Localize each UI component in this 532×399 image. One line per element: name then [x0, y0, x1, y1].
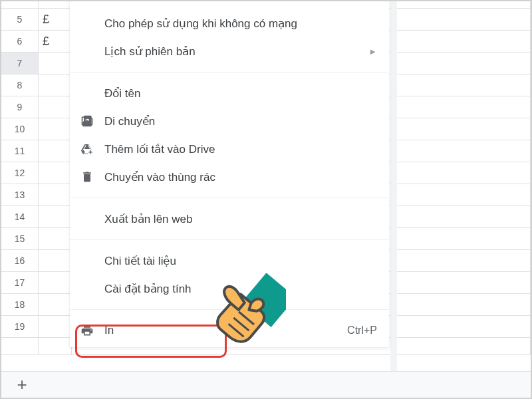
row-header[interactable]: 9	[1, 96, 39, 118]
row-header[interactable]: 7	[1, 53, 39, 74]
cell[interactable]	[39, 316, 72, 337]
cell[interactable]	[39, 53, 72, 74]
menu-item-label: Lịch sử phiên bản	[104, 45, 364, 59]
scrollbar-track[interactable]	[390, 0, 397, 372]
menu-separator	[70, 198, 389, 198]
row-header[interactable]: 6	[1, 31, 39, 52]
menu-separator	[70, 239, 389, 240]
menu-item-move[interactable]: Di chuyển	[70, 107, 389, 135]
menu-item-label: Chuyển vào thùng rác	[104, 170, 377, 184]
cell[interactable]	[39, 272, 72, 293]
row-header[interactable]	[1, 338, 39, 354]
sheet-tab-bar: +	[1, 371, 531, 398]
menu-item-version-history[interactable]: Lịch sử phiên bản ►	[70, 37, 389, 65]
row-header[interactable]: 14	[1, 206, 39, 227]
menu-item-label: In	[104, 324, 347, 337]
row-header[interactable]: 17	[1, 272, 39, 293]
cell[interactable]	[39, 206, 72, 227]
cell[interactable]: £	[39, 31, 72, 52]
chevron-right-icon: ►	[368, 47, 377, 57]
svg-text:+: +	[89, 149, 92, 156]
cell[interactable]	[39, 118, 72, 140]
cell[interactable]: £	[39, 9, 72, 30]
row-header[interactable]: 11	[1, 140, 39, 162]
cell[interactable]	[39, 140, 72, 162]
row-header[interactable]: 15	[1, 228, 39, 249]
menu-item-publish[interactable]: Xuất bản lên web	[70, 205, 389, 233]
cell[interactable]	[39, 250, 72, 271]
menu-item-trash[interactable]: Chuyển vào thùng rác	[70, 163, 389, 191]
menu-item-label: Cho phép sử dụng khi không có mạng	[104, 17, 377, 31]
menu-item-label	[104, 0, 377, 9]
row-header[interactable]: 16	[1, 250, 39, 271]
row-header[interactable]: 10	[1, 118, 39, 140]
cell[interactable]: £	[39, 0, 72, 8]
menu-separator	[70, 72, 389, 72]
row-header[interactable]: 13	[1, 184, 39, 205]
cell[interactable]	[39, 294, 72, 315]
menu-item-truncated-top[interactable]	[70, 0, 389, 9]
menu-item-label: Chi tiết tài liệu	[104, 254, 377, 268]
cell[interactable]	[39, 228, 72, 249]
row-header[interactable]: 5	[1, 9, 39, 30]
row-header[interactable]: 19	[1, 316, 39, 337]
file-context-menu: Cho phép sử dụng khi không có mạng Lịch …	[70, 0, 389, 347]
row-header[interactable]: 4	[1, 0, 39, 8]
menu-separator	[70, 309, 389, 310]
menu-item-label: Thêm lối tắt vào Drive	[104, 142, 377, 156]
menu-item-details[interactable]: Chi tiết tài liệu	[70, 247, 389, 275]
trash-icon	[80, 170, 104, 184]
cell[interactable]	[39, 338, 72, 354]
cell[interactable]	[39, 184, 72, 205]
menu-item-label: Xuất bản lên web	[104, 212, 377, 226]
row-header[interactable]: 8	[1, 74, 39, 96]
cell[interactable]	[39, 162, 72, 184]
add-sheet-button[interactable]: +	[11, 374, 33, 396]
menu-item-rename[interactable]: Đổi tên	[70, 79, 389, 107]
menu-item-offline[interactable]: Cho phép sử dụng khi không có mạng	[70, 9, 389, 37]
print-icon	[80, 324, 104, 337]
cell[interactable]	[39, 74, 72, 96]
folder-move-icon	[80, 114, 104, 128]
menu-item-label: Cài đặt bảng tính	[104, 282, 377, 296]
row-header[interactable]: 18	[1, 294, 39, 315]
menu-item-spreadsheet-settings[interactable]: Cài đặt bảng tính	[70, 275, 389, 303]
drive-add-icon: +	[80, 142, 104, 156]
menu-item-add-shortcut[interactable]: + Thêm lối tắt vào Drive	[70, 135, 389, 163]
menu-item-label: Đổi tên	[104, 86, 377, 100]
keyboard-shortcut: Ctrl+P	[347, 325, 377, 336]
cell[interactable]	[39, 96, 72, 118]
row-header[interactable]: 12	[1, 162, 39, 184]
menu-item-print[interactable]: In Ctrl+P	[70, 317, 389, 344]
menu-item-label: Di chuyển	[104, 114, 377, 128]
